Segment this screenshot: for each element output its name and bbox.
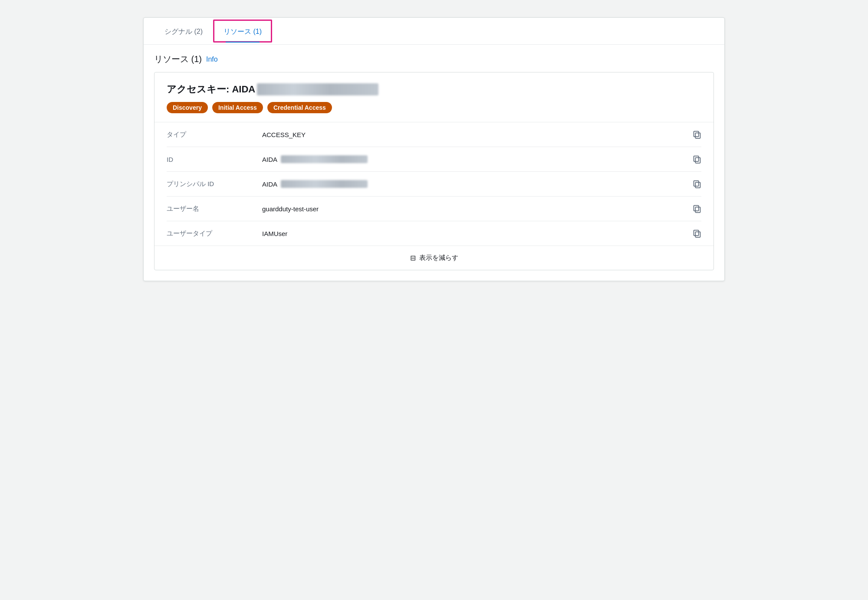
resource-card-header: アクセスキー: AIDA Discovery Initial Access Cr…: [155, 72, 713, 122]
info-link[interactable]: Info: [206, 56, 218, 63]
svg-rect-6: [695, 207, 700, 213]
table-row: ユーザータイプ IAMUser: [167, 221, 701, 246]
label-id: ID: [167, 156, 262, 163]
svg-rect-2: [695, 157, 700, 163]
svg-rect-7: [694, 206, 699, 211]
tab-resources[interactable]: リソース (1): [213, 20, 272, 43]
table-row: ユーザー名 guardduty-test-user: [167, 197, 701, 221]
svg-rect-5: [694, 181, 699, 187]
resource-title-text: アクセスキー: AIDA: [167, 83, 255, 96]
section-title: リソース (1): [154, 53, 202, 65]
table-row: タイプ ACCESS_KEY: [167, 122, 701, 147]
svg-rect-3: [694, 156, 699, 162]
label-username: ユーザー名: [167, 205, 262, 213]
value-user-type: IAMUser: [262, 230, 693, 237]
copy-user-type-button[interactable]: [693, 229, 701, 238]
resource-id-blurred: [257, 83, 378, 95]
svg-rect-0: [695, 133, 700, 138]
table-row: ID AIDA: [167, 147, 701, 172]
badges-row: Discovery Initial Access Credential Acce…: [167, 102, 701, 113]
resource-details: タイプ ACCESS_KEY ID AIDA: [155, 122, 713, 246]
copy-id-button[interactable]: [693, 155, 701, 164]
copy-principal-id-button[interactable]: [693, 180, 701, 188]
svg-rect-8: [695, 232, 700, 237]
collapse-button[interactable]: ⊟ 表示を減らす: [155, 246, 713, 270]
badge-discovery: Discovery: [167, 102, 208, 113]
section-header: リソース (1) Info: [144, 45, 724, 72]
value-username: guardduty-test-user: [262, 205, 693, 213]
label-principal-id: プリンシパル ID: [167, 180, 262, 188]
copy-username-button[interactable]: [693, 204, 701, 213]
value-type: ACCESS_KEY: [262, 131, 693, 138]
label-type: タイプ: [167, 131, 262, 139]
value-principal-id: AIDA: [262, 180, 693, 188]
value-id: AIDA: [262, 155, 693, 163]
resource-title: アクセスキー: AIDA: [167, 83, 701, 96]
badge-credential-access: Credential Access: [267, 102, 332, 113]
tabs-bar: シグナル (2) リソース (1): [144, 18, 724, 45]
table-row: プリンシパル ID AIDA: [167, 172, 701, 197]
svg-rect-9: [694, 230, 699, 236]
resource-card: アクセスキー: AIDA Discovery Initial Access Cr…: [154, 72, 714, 270]
collapse-label: 表示を減らす: [419, 254, 458, 262]
label-user-type: ユーザータイプ: [167, 230, 262, 238]
collapse-icon: ⊟: [410, 254, 416, 262]
badge-initial-access: Initial Access: [212, 102, 263, 113]
page-container: シグナル (2) リソース (1) リソース (1) Info アクセスキー: …: [143, 17, 725, 281]
svg-rect-4: [695, 182, 700, 188]
copy-type-button[interactable]: [693, 130, 701, 139]
principal-id-blurred: [281, 180, 368, 188]
id-blurred: [281, 155, 368, 163]
svg-rect-1: [694, 131, 699, 137]
tab-signals[interactable]: シグナル (2): [154, 20, 213, 43]
